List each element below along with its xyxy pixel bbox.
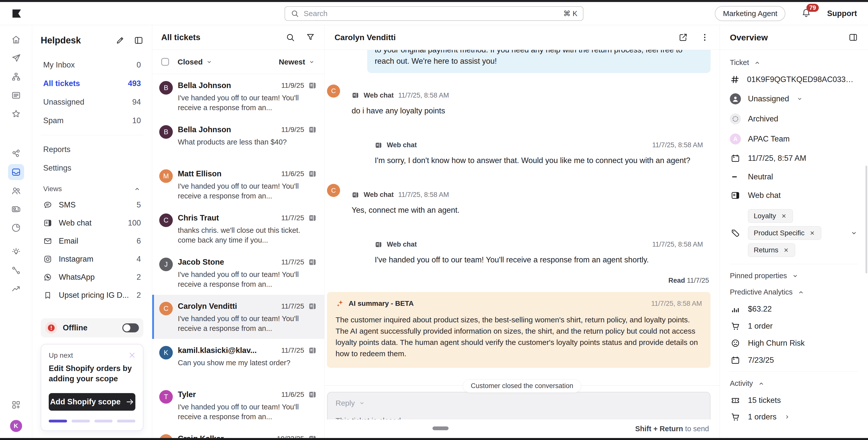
- ticket-date: 11/9/25: [281, 126, 304, 134]
- support-link[interactable]: Support: [827, 9, 857, 18]
- search-input[interactable]: [304, 9, 559, 18]
- avatar: C: [159, 302, 173, 315]
- chevron-down-icon[interactable]: [850, 229, 858, 237]
- global-search[interactable]: ⌘ K: [285, 6, 583, 21]
- ticket-list-item[interactable]: B Bella Johnson 11/9/25 I've handed you …: [152, 74, 324, 118]
- pinned-properties-toggle[interactable]: Pinned properties: [730, 272, 858, 280]
- ticket-list-item[interactable]: B Bella Johnson 11/9/25 What products ar…: [152, 118, 324, 162]
- nav-item-count: 0: [136, 61, 141, 69]
- ticket-section-toggle[interactable]: Ticket: [730, 59, 858, 67]
- message-text: do i have any loyalty points: [352, 105, 449, 116]
- add-shopify-scope-button[interactable]: Add Shopify scope: [49, 393, 135, 411]
- resize-handle[interactable]: [433, 427, 448, 430]
- sidebar-nav-item[interactable]: All tickets 493: [41, 74, 144, 93]
- remove-tag-icon[interactable]: [783, 247, 789, 253]
- sentiment-row[interactable]: Neutral: [730, 172, 858, 181]
- view-item-webchat[interactable]: Web chat100: [41, 214, 144, 232]
- rail-ideas-button[interactable]: [8, 244, 24, 260]
- rail-content-button[interactable]: [8, 87, 24, 103]
- ticket-list-item[interactable]: C Chris Traut 11/7/25 thanks chris. we'l…: [152, 206, 324, 250]
- sidebar-nav-item[interactable]: My Inbox 0: [41, 56, 144, 74]
- close-icon[interactable]: [128, 351, 136, 360]
- reply-composer[interactable]: Reply This ticket is closed.: [327, 392, 711, 419]
- rail-reviews-button[interactable]: [8, 106, 24, 122]
- cart-icon: [731, 412, 740, 422]
- ticket-list-item[interactable]: M Matt Ellison 11/6/25 I've handed you o…: [152, 162, 324, 206]
- view-item-upset-pricing[interactable]: Upset pricing IG D...2: [41, 286, 144, 304]
- open-external-icon[interactable]: [678, 33, 688, 42]
- scrollbar-thumb[interactable]: [866, 166, 867, 273]
- status-filter-dropdown[interactable]: Closed: [178, 58, 213, 66]
- activity-toggle[interactable]: Activity: [730, 379, 858, 387]
- predictive-analytics-toggle[interactable]: Predictive Analytics: [730, 288, 858, 296]
- sidebar-item-settings[interactable]: Settings: [41, 159, 144, 177]
- avatar: B: [159, 81, 173, 95]
- status-row[interactable]: Archived: [730, 113, 858, 125]
- trend-up-icon: [11, 284, 21, 294]
- sort-dropdown[interactable]: Newest: [279, 58, 315, 66]
- select-all-checkbox[interactable]: [161, 58, 169, 66]
- ticket-list-item[interactable]: C Craig Kelker 10/23/25: [152, 427, 324, 438]
- user-avatar[interactable]: K: [10, 420, 22, 432]
- tag-chip[interactable]: Returns: [748, 243, 795, 257]
- rail-home-button[interactable]: [8, 32, 24, 48]
- collapse-sidebar-button[interactable]: [134, 36, 144, 45]
- rail-helpdesk-button[interactable]: [8, 164, 24, 180]
- notification-badge: 79: [806, 4, 819, 12]
- workspace-switcher-button[interactable]: Marketing Agent: [715, 6, 785, 21]
- created-value: 11/7/25, 8:57 AM: [748, 154, 806, 163]
- collapse-panel-icon[interactable]: [848, 33, 858, 42]
- nav-item-label: All tickets: [43, 79, 80, 88]
- lightbulb-icon: [11, 247, 21, 257]
- view-item-sms[interactable]: SMS5: [41, 196, 144, 214]
- rail-audiences-button[interactable]: [8, 145, 24, 162]
- ticket-list-item[interactable]: C Carolyn Venditti 11/7/25 I've handed y…: [152, 295, 324, 339]
- rail-profiles-button[interactable]: [8, 182, 24, 199]
- sentiment-value: Neutral: [748, 172, 773, 181]
- reply-mode-dropdown[interactable]: Reply: [336, 399, 702, 407]
- rail-integrations-button[interactable]: [8, 397, 24, 413]
- remove-tag-icon[interactable]: [781, 213, 787, 219]
- views-section-toggle[interactable]: Views: [43, 185, 141, 193]
- ticket-list-item[interactable]: K kamil.klasicki@klav... 11/7/25 Can you…: [152, 339, 324, 383]
- chevron-up-icon: [753, 59, 761, 66]
- chevron-down-icon: [308, 59, 315, 65]
- ticket-list-item[interactable]: J Jacob Stone 11/7/25 I've handed you of…: [152, 250, 324, 295]
- rail-library-button[interactable]: [8, 201, 24, 217]
- ticket-preview: I've handed you off to our team! You'll …: [178, 314, 317, 333]
- whatsapp-icon: [43, 273, 52, 282]
- list-search-icon[interactable]: [285, 33, 295, 42]
- predicted-spend-row: $63.22: [730, 304, 858, 314]
- remove-tag-icon[interactable]: [809, 230, 815, 236]
- sidebar-item-reports[interactable]: Reports: [41, 140, 144, 159]
- tag-chip[interactable]: Loyalty: [748, 209, 793, 223]
- view-item-instagram[interactable]: Instagram4: [41, 250, 144, 268]
- view-item-whatsapp[interactable]: WhatsApp2: [41, 268, 144, 286]
- offline-toggle[interactable]: [122, 324, 139, 332]
- tickets-count-row[interactable]: 15 tickets: [730, 396, 858, 405]
- compose-button[interactable]: [115, 36, 125, 45]
- sidebar-nav-item[interactable]: Unassigned 94: [41, 93, 144, 111]
- rail-analytics-button[interactable]: [8, 281, 24, 297]
- message-thread[interactable]: to your original payment method. If you …: [324, 50, 719, 419]
- orders-count-row[interactable]: 1 orders: [730, 412, 858, 422]
- rail-segments-button[interactable]: [8, 220, 24, 236]
- message: Web chat 11/7/25, 8:58 AM I've handed yo…: [367, 234, 711, 272]
- filter-icon[interactable]: [306, 33, 315, 42]
- webchat-icon: [43, 218, 52, 228]
- avatar: K: [159, 346, 173, 360]
- ticket-name: Craig Kelker: [178, 434, 273, 438]
- rail-workflows-button[interactable]: [8, 262, 24, 278]
- search-icon: [290, 9, 299, 18]
- team-row[interactable]: A APAC Team: [730, 133, 858, 144]
- kebab-menu-icon[interactable]: [700, 33, 710, 42]
- sidebar-nav-item[interactable]: Spam 10: [41, 111, 144, 130]
- assignee-row[interactable]: Unassigned: [730, 93, 858, 104]
- rail-campaigns-button[interactable]: [8, 50, 24, 66]
- dash-icon: [731, 172, 740, 181]
- ticket-list-item[interactable]: T Tyler 11/6/25 I've handed you off to o…: [152, 383, 324, 427]
- view-item-email[interactable]: Email6: [41, 232, 144, 250]
- notifications-button[interactable]: 79: [801, 8, 811, 19]
- tag-chip[interactable]: Product Specific: [748, 226, 821, 240]
- rail-flows-button[interactable]: [8, 69, 24, 85]
